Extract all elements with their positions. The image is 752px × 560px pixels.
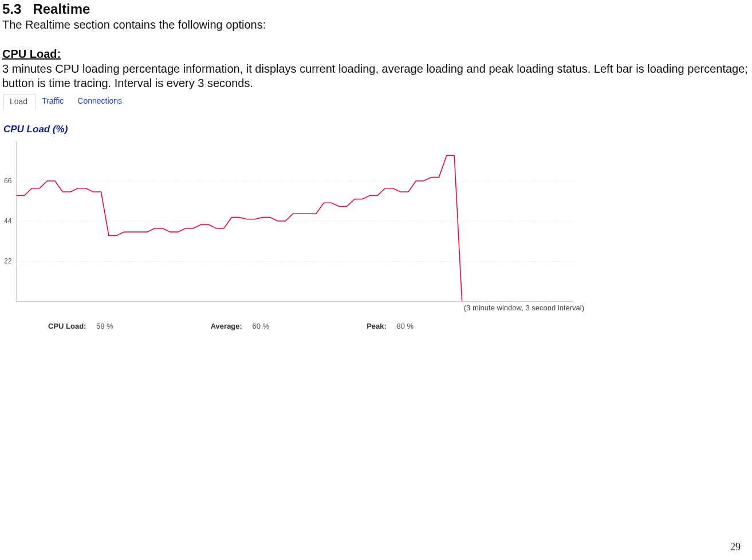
ytick-66: 66 [4, 177, 11, 185]
stat-peak: Peak: 80 % [367, 322, 414, 330]
section-intro: The Realtime section contains the follow… [2, 18, 749, 31]
ytick-22: 22 [4, 257, 11, 265]
cpu-load-chart [17, 141, 573, 301]
stat-avg-value: 60 % [253, 322, 270, 330]
chart-caption: (3 minute window, 3 second interval) [464, 303, 584, 312]
chart-area: 66 44 22 [16, 141, 573, 302]
tab-traffic[interactable]: Traffic [36, 94, 72, 109]
stat-cpu-value: 58 % [96, 322, 113, 330]
stat-cpu-load: CPU Load: 58 % [48, 322, 113, 330]
cpu-load-body: 3 minutes CPU loading percentage informa… [2, 62, 749, 90]
section-number: 5.3 [2, 1, 21, 17]
tab-connections[interactable]: Connections [72, 94, 130, 109]
chart-title: CPU Load (%) [3, 124, 68, 135]
ytick-44: 44 [4, 217, 11, 225]
section-title: Realtime [33, 1, 90, 17]
stat-peak-value: 80 % [396, 322, 414, 330]
cpu-load-heading: CPU Load: [2, 48, 749, 61]
page-number: 29 [730, 541, 741, 553]
tab-load[interactable]: Load [3, 94, 36, 109]
embedded-screenshot: Load Traffic Connections CPU Load (%) 66… [2, 94, 586, 352]
stat-average: Average: 60 % [211, 322, 269, 330]
stat-peak-label: Peak: [367, 322, 387, 330]
stat-cpu-label: CPU Load: [48, 322, 86, 330]
stat-avg-label: Average: [211, 322, 242, 330]
